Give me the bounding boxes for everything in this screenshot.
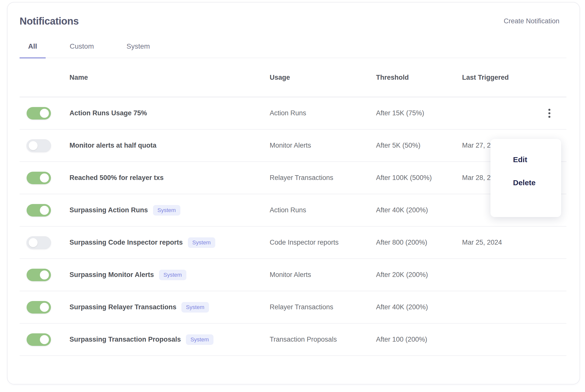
notifications-table: Name Usage Threshold Last Triggered Acti… [20, 58, 566, 356]
toggle-knob [40, 173, 49, 182]
threshold-cell: After 100K (500%) [376, 174, 462, 182]
table-row: Surpassing Code Inspector reports System… [20, 227, 566, 259]
table-header-row: Name Usage Threshold Last Triggered [20, 58, 566, 97]
table-row: Surpassing Action Runs System Action Run… [20, 194, 566, 227]
notification-name: Surpassing Transaction Proposals [69, 336, 181, 343]
last-triggered-cell: Mar 25, 2024 [462, 239, 532, 246]
tab-bar: AllCustomSystem [20, 42, 566, 58]
threshold-cell: After 40K (200%) [376, 303, 462, 311]
column-header-last-triggered: Last Triggered [462, 74, 532, 81]
notification-name: Reached 500% for relayer txs [69, 174, 164, 182]
notification-name: Surpassing Monitor Alerts [69, 271, 154, 279]
kebab-menu-icon[interactable] [546, 106, 553, 120]
table-row: Monitor alerts at half quota Monitor Ale… [20, 130, 566, 162]
menu-item-edit[interactable]: Edit [513, 155, 561, 178]
column-header-threshold: Threshold [376, 74, 462, 81]
usage-cell: Relayer Transactions [270, 174, 376, 182]
tab-system[interactable]: System [118, 42, 158, 58]
usage-cell: Transaction Proposals [270, 336, 376, 343]
tab-all[interactable]: All [20, 42, 46, 58]
create-notification-button[interactable]: Create Notification [504, 17, 559, 25]
table-row: Action Runs Usage 75% Action Runs After … [20, 97, 566, 130]
page-title: Notifications [20, 16, 79, 27]
toggle-cell [20, 269, 69, 281]
name-cell: Surpassing Code Inspector reports System [69, 237, 270, 248]
name-cell: Action Runs Usage 75% [69, 109, 270, 117]
notification-name: Surpassing Relayer Transactions [69, 303, 176, 311]
name-cell: Reached 500% for relayer txs [69, 174, 270, 182]
toggle-cell [20, 204, 69, 217]
threshold-cell: After 40K (200%) [376, 206, 462, 214]
toggle-knob [29, 238, 38, 247]
threshold-cell: After 5K (50%) [376, 142, 462, 149]
name-cell: Surpassing Relayer Transactions System [69, 302, 270, 313]
panel-header: Notifications Create Notification [8, 3, 579, 27]
notifications-panel: Notifications Create Notification AllCus… [7, 2, 580, 384]
toggle-knob [40, 303, 49, 312]
toggle-switch[interactable] [27, 139, 51, 152]
toggle-knob [40, 270, 49, 279]
toggle-switch[interactable] [27, 269, 51, 281]
toggle-cell [20, 172, 69, 184]
toggle-cell [20, 301, 69, 314]
table-row: Surpassing Relayer Transactions System R… [20, 291, 566, 324]
toggle-switch[interactable] [27, 172, 51, 184]
toggle-switch[interactable] [27, 204, 51, 217]
toggle-cell [20, 333, 69, 346]
toggle-cell [20, 107, 69, 120]
usage-cell: Action Runs [270, 206, 376, 214]
row-context-menu: Edit Delete [490, 139, 561, 217]
threshold-cell: After 800 (200%) [376, 239, 462, 246]
system-badge: System [159, 270, 186, 280]
threshold-cell: After 100 (200%) [376, 336, 462, 343]
table-row: Surpassing Monitor Alerts System Monitor… [20, 259, 566, 291]
notification-name: Surpassing Code Inspector reports [69, 239, 183, 246]
column-header-name: Name [69, 74, 270, 81]
toggle-knob [29, 141, 38, 150]
name-cell: Surpassing Transaction Proposals System [69, 334, 270, 345]
tab-custom[interactable]: Custom [61, 42, 102, 58]
threshold-cell: After 20K (200%) [376, 271, 462, 279]
name-cell: Surpassing Action Runs System [69, 205, 270, 216]
usage-cell: Relayer Transactions [270, 303, 376, 311]
system-badge: System [181, 302, 209, 313]
toggle-switch[interactable] [27, 236, 51, 249]
toggle-switch[interactable] [27, 107, 51, 120]
toggle-knob [40, 109, 49, 118]
column-header-usage: Usage [270, 74, 376, 81]
system-badge: System [186, 334, 213, 345]
system-badge: System [188, 237, 215, 248]
notification-name: Action Runs Usage 75% [69, 109, 147, 117]
table-row: Surpassing Transaction Proposals System … [20, 324, 566, 356]
name-cell: Monitor alerts at half quota [69, 142, 270, 149]
name-cell: Surpassing Monitor Alerts System [69, 270, 270, 280]
toggle-switch[interactable] [27, 333, 51, 346]
toggle-cell [20, 139, 69, 152]
usage-cell: Action Runs [270, 109, 376, 117]
toggle-knob [40, 206, 49, 215]
table-row: Reached 500% for relayer txs Relayer Tra… [20, 162, 566, 194]
toggle-cell [20, 236, 69, 249]
threshold-cell: After 15K (75%) [376, 109, 462, 117]
menu-item-delete[interactable]: Delete [513, 178, 561, 202]
notification-name: Monitor alerts at half quota [69, 142, 157, 149]
usage-cell: Code Inspector reports [270, 239, 376, 246]
toggle-switch[interactable] [27, 301, 51, 314]
actions-cell [532, 106, 566, 120]
system-badge: System [153, 205, 180, 216]
usage-cell: Monitor Alerts [270, 271, 376, 279]
usage-cell: Monitor Alerts [270, 142, 376, 149]
notification-name: Surpassing Action Runs [69, 206, 148, 214]
toggle-knob [40, 335, 49, 344]
